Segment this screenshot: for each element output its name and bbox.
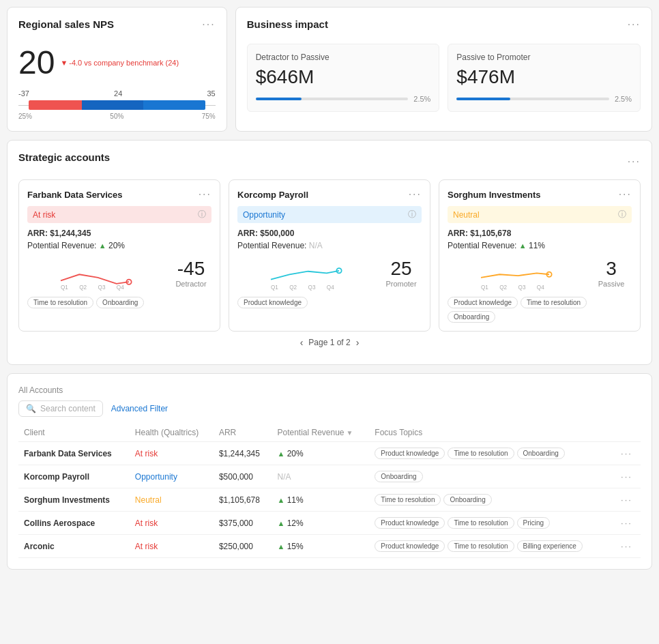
sparkline-chart: Q1 Q2 Q3 Q4 bbox=[448, 256, 583, 290]
account-card-header: Korcomp Payroll ··· bbox=[237, 188, 422, 201]
account-chart-row: Q1 Q2 Q3 Q4 -45 Detractor bbox=[27, 256, 211, 290]
row-more-button[interactable]: ··· bbox=[621, 495, 632, 505]
account-name: Sorghum Investments bbox=[448, 190, 541, 200]
cell-more[interactable]: ··· bbox=[615, 442, 641, 465]
nps-label-3: 35 bbox=[207, 89, 215, 98]
account-status-text: Opportunity bbox=[243, 210, 285, 220]
info-icon: ⓘ bbox=[618, 209, 626, 220]
tag: Time to resolution bbox=[448, 448, 514, 459]
cell-health: At risk bbox=[130, 535, 214, 558]
pagination-prev[interactable]: ‹ bbox=[300, 337, 304, 348]
info-icon: ⓘ bbox=[408, 209, 416, 220]
tag: Pricing bbox=[517, 517, 551, 529]
cell-revenue: ▲ 15% bbox=[272, 535, 369, 558]
account-score: 3 bbox=[591, 258, 632, 280]
nps-axis-3: 75% bbox=[202, 113, 216, 120]
nps-label-2: 24 bbox=[114, 89, 122, 98]
nps-score-row: 20 ▼ -4.0 vs company benchmark (24) bbox=[18, 44, 216, 81]
tag: Time to resolution bbox=[448, 517, 514, 529]
nps-title: Regional sales NPS bbox=[18, 18, 114, 30]
account-more-button[interactable]: ··· bbox=[199, 188, 211, 201]
cell-health: Neutral bbox=[130, 488, 214, 512]
account-score-label: Detractor bbox=[171, 280, 211, 288]
nps-score: 20 bbox=[18, 44, 55, 81]
nps-axis: 25% 50% 75% bbox=[18, 113, 216, 120]
tag: Onboarding bbox=[517, 448, 565, 459]
strategic-more-button[interactable]: ··· bbox=[628, 156, 641, 168]
table-header-row: Client Health (Qualtrics) ARR Potential … bbox=[18, 424, 641, 442]
tag: Onboarding bbox=[375, 471, 422, 482]
cell-more[interactable]: ··· bbox=[615, 512, 641, 535]
cell-health: Opportunity bbox=[130, 465, 214, 488]
bi-more-button[interactable]: ··· bbox=[628, 18, 641, 31]
cell-client: Collins Aerospace bbox=[18, 512, 130, 535]
svg-text:Q3: Q3 bbox=[308, 284, 316, 291]
svg-text:Q4: Q4 bbox=[537, 284, 544, 291]
nps-bar-container bbox=[18, 99, 216, 111]
bi-metric-label: Passive to Promoter bbox=[456, 53, 632, 62]
nps-more-button[interactable]: ··· bbox=[202, 18, 215, 31]
account-chart-row: Q1 Q2 Q3 Q4 25 Promoter bbox=[237, 256, 422, 290]
bi-metrics: Detractor to Passive $646M 2.5% Passive … bbox=[247, 44, 641, 112]
account-name: Farbank Data Services bbox=[27, 190, 122, 200]
account-arr: ARR: $500,000 bbox=[237, 229, 422, 238]
row-more-button[interactable]: ··· bbox=[621, 518, 632, 528]
cell-revenue: ▲ 11% bbox=[272, 488, 369, 512]
nps-axis-1: 25% bbox=[18, 113, 32, 120]
row-more-button[interactable]: ··· bbox=[621, 448, 632, 458]
account-tags: Product knowledgeTime to resolutionOnboa… bbox=[448, 297, 632, 323]
tag: Billing experience bbox=[517, 540, 583, 552]
account-score-block: 25 Promoter bbox=[381, 258, 422, 288]
strategic-accounts-section: Strategic accounts ··· Farbank Data Serv… bbox=[7, 140, 652, 365]
account-chart-row: Q1 Q2 Q3 Q4 3 Passive bbox=[448, 256, 632, 290]
benchmark-text: -4.0 vs company benchmark (24) bbox=[69, 59, 179, 67]
nps-bar-segments bbox=[29, 100, 205, 110]
tag: Onboarding bbox=[443, 494, 491, 506]
account-card-0: Farbank Data Services ··· At risk ⓘ ARR:… bbox=[18, 179, 220, 332]
bi-bar-row: 2.5% bbox=[456, 95, 632, 103]
cell-arr: $1,244,345 bbox=[214, 442, 272, 465]
bi-metric-1: Passive to Promoter $476M 2.5% bbox=[448, 44, 641, 112]
bi-bar-track bbox=[456, 98, 609, 100]
tag: Onboarding bbox=[96, 297, 144, 308]
svg-text:Q1: Q1 bbox=[61, 284, 68, 291]
tag: Time to resolution bbox=[375, 494, 441, 506]
strategic-accounts-title: Strategic accounts bbox=[18, 151, 110, 163]
search-box[interactable]: 🔍 Search content bbox=[18, 400, 103, 417]
nps-card: Regional sales NPS ··· 20 ▼ -4.0 vs comp… bbox=[7, 7, 227, 132]
benchmark-arrow: ▼ bbox=[60, 59, 68, 67]
account-card-2: Sorghum Investments ··· Neutral ⓘ ARR: $… bbox=[439, 179, 641, 332]
account-more-button[interactable]: ··· bbox=[619, 188, 632, 201]
cell-revenue: N/A bbox=[272, 465, 369, 488]
bi-bar-fill bbox=[456, 98, 510, 100]
pagination-next[interactable]: › bbox=[356, 337, 360, 348]
cell-more[interactable]: ··· bbox=[615, 488, 641, 512]
bi-title: Business impact bbox=[247, 18, 328, 30]
cell-tags: Product knowledgeTime to resolutionOnboa… bbox=[369, 442, 615, 465]
cell-more[interactable]: ··· bbox=[615, 465, 641, 488]
all-accounts-toolbar: 🔍 Search content Advanced Filter bbox=[18, 400, 641, 417]
cell-health: At risk bbox=[130, 512, 214, 535]
account-tags: Time to resolutionOnboarding bbox=[27, 297, 211, 308]
account-score-label: Passive bbox=[591, 280, 632, 288]
account-more-button[interactable]: ··· bbox=[409, 188, 422, 201]
sort-icon: ▼ bbox=[347, 429, 353, 437]
account-revenue: Potential Revenue: N/A bbox=[237, 241, 422, 250]
cell-more[interactable]: ··· bbox=[615, 535, 641, 558]
search-placeholder: Search content bbox=[40, 404, 96, 413]
bi-bar-fill bbox=[256, 98, 302, 100]
row-more-button[interactable]: ··· bbox=[621, 541, 632, 551]
bi-bar-track bbox=[256, 98, 409, 100]
account-score: -45 bbox=[171, 258, 211, 280]
table-row: Farbank Data Services At risk $1,244,345… bbox=[18, 442, 641, 465]
advanced-filter-button[interactable]: Advanced Filter bbox=[111, 404, 168, 413]
col-revenue[interactable]: Potential Revenue ▼ bbox=[272, 424, 369, 442]
nps-benchmark: ▼ -4.0 vs company benchmark (24) bbox=[60, 59, 179, 67]
account-score: 25 bbox=[381, 258, 422, 280]
col-focus: Focus Topics bbox=[369, 424, 615, 442]
svg-text:Q2: Q2 bbox=[79, 284, 87, 291]
tag: Product knowledge bbox=[237, 297, 308, 308]
nps-bar-section: -37 24 35 25% 50% 75% bbox=[18, 89, 216, 120]
row-more-button[interactable]: ··· bbox=[621, 471, 632, 482]
account-arr: ARR: $1,105,678 bbox=[448, 229, 632, 238]
